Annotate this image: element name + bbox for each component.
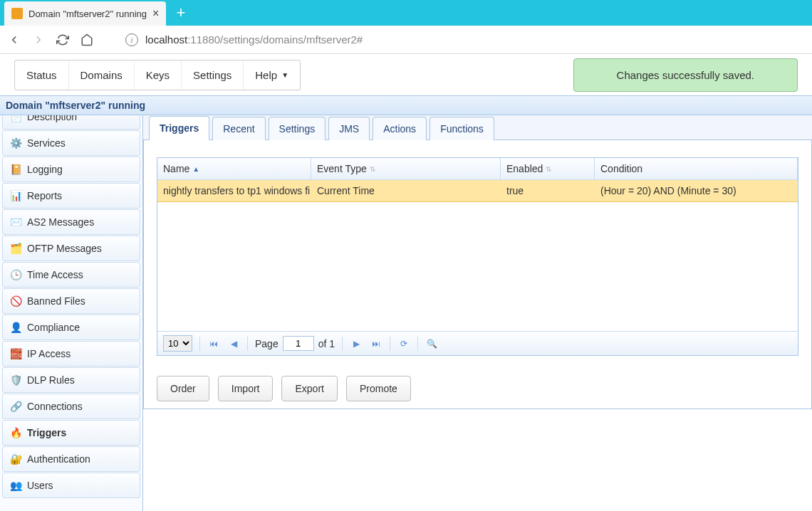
col-name[interactable]: Name▲ [157, 158, 311, 179]
sidebar-item-time-access[interactable]: 🕒Time Access [2, 262, 140, 288]
menu-group: Status Domains Keys Settings Help▼ [14, 60, 301, 90]
mail-icon: ✉️ [10, 216, 21, 228]
domain-title: Domain "mftserver2" running [0, 95, 812, 115]
back-button[interactable] [7, 33, 21, 47]
forward-button[interactable] [31, 33, 46, 47]
triggers-table: Name▲ Event Type⇅ Enabled⇅ Condition nig… [157, 157, 798, 356]
tab-triggers[interactable]: Triggers [149, 116, 209, 140]
sidebar-item-label: OFTP Messages [27, 243, 102, 254]
menu-domains[interactable]: Domains [69, 60, 135, 90]
sidebar-item-label: Services [27, 137, 66, 149]
lock-icon: 🔐 [10, 453, 21, 465]
clock-icon: 🕒 [10, 269, 21, 280]
sidebar-item-label: Authentication [27, 453, 90, 465]
sidebar-item-oftp[interactable]: 🗂️OFTP Messages [2, 236, 140, 261]
sidebar-item-ip-access[interactable]: 🧱IP Access [2, 341, 140, 367]
services-icon: ⚙️ [10, 137, 21, 149]
table-body: nightly transfers to tp1 windows fil Cur… [157, 180, 798, 331]
page-indicator: Page of 1 [255, 336, 335, 351]
pager: 10 ⏮ ◀ Page of 1 ▶ ⏭ ⟳ 🔍 [157, 331, 798, 355]
logging-icon: 📔 [10, 164, 21, 175]
promote-button[interactable]: Promote [346, 376, 411, 401]
new-tab-button[interactable]: + [176, 4, 185, 22]
sidebar-item-label: AS2 Messages [27, 216, 94, 228]
col-enabled[interactable]: Enabled⇅ [501, 158, 595, 179]
sidebar-item-label: Time Access [27, 269, 83, 280]
reload-button[interactable] [56, 33, 70, 47]
page-size-select[interactable]: 10 [163, 335, 192, 352]
triggers-panel: Name▲ Event Type⇅ Enabled⇅ Condition nig… [143, 140, 812, 409]
col-condition[interactable]: Condition [595, 158, 798, 179]
action-buttons: Order Import Export Promote [157, 376, 798, 401]
sidebar-item-label: Users [27, 480, 53, 491]
separator [342, 337, 343, 351]
shield-icon: 🛡️ [10, 374, 21, 386]
separator [417, 337, 418, 351]
favicon [11, 8, 23, 19]
order-button[interactable]: Order [157, 376, 209, 401]
folder-icon: 🗂️ [10, 243, 21, 254]
menu-settings[interactable]: Settings [182, 60, 244, 90]
sidebar-item-authentication[interactable]: 🔐Authentication [2, 446, 140, 472]
sidebar: 📄Description ⚙️Services 📔Logging 📊Report… [0, 115, 143, 511]
success-banner: Changes successfully saved. [573, 58, 798, 92]
cell-enabled: true [501, 180, 595, 201]
menu-keys[interactable]: Keys [135, 60, 182, 90]
menu-help[interactable]: Help▼ [244, 60, 300, 90]
sidebar-item-users[interactable]: 👥Users [2, 473, 140, 498]
sidebar-item-banned[interactable]: 🚫Banned Files [2, 288, 140, 314]
users-icon: 👥 [10, 480, 21, 491]
cell-event: Current Time [311, 180, 501, 201]
menu-status[interactable]: Status [15, 60, 69, 90]
separator [199, 337, 200, 351]
prev-page-button[interactable]: ◀ [227, 337, 240, 350]
ban-icon: 🚫 [10, 295, 21, 307]
tab-settings[interactable]: Settings [269, 117, 326, 140]
tab-recent[interactable]: Recent [212, 117, 265, 140]
table-row[interactable]: nightly transfers to tp1 windows fil Cur… [157, 180, 798, 202]
sidebar-item-label: Logging [27, 164, 63, 175]
export-button[interactable]: Export [281, 376, 337, 401]
close-icon[interactable]: × [152, 7, 159, 20]
cell-name: nightly transfers to tp1 windows fil [157, 180, 311, 201]
info-icon[interactable]: i [125, 33, 138, 46]
link-icon: 🔗 [10, 401, 21, 412]
sidebar-item-as2[interactable]: ✉️AS2 Messages [2, 209, 140, 235]
description-icon: 📄 [10, 115, 21, 122]
home-button[interactable] [80, 33, 94, 47]
browser-nav-bar: i localhost:11880/settings/domains/mftse… [0, 26, 812, 54]
browser-tab-strip: Domain "mftserver2" running × + [0, 0, 812, 26]
sidebar-item-services[interactable]: ⚙️Services [2, 130, 140, 156]
sidebar-item-reports[interactable]: 📊Reports [2, 183, 140, 209]
tab-jms[interactable]: JMS [328, 117, 370, 140]
tab-actions[interactable]: Actions [373, 117, 427, 140]
sidebar-item-label: Banned Files [27, 295, 85, 307]
page-input[interactable] [283, 336, 314, 351]
tab-functions[interactable]: Functions [430, 117, 494, 140]
tabs-row: Triggers Recent Settings JMS Actions Fun… [143, 115, 812, 140]
sort-asc-icon: ▲ [192, 165, 199, 173]
browser-tab[interactable]: Domain "mftserver2" running × [4, 1, 166, 26]
sidebar-item-label: IP Access [27, 348, 71, 359]
import-button[interactable]: Import [218, 376, 274, 401]
first-page-button[interactable]: ⏮ [207, 337, 220, 350]
separator [390, 337, 390, 351]
next-page-button[interactable]: ▶ [350, 337, 363, 350]
sidebar-item-logging[interactable]: 📔Logging [2, 157, 140, 182]
sidebar-item-description[interactable]: 📄Description [2, 115, 140, 130]
last-page-button[interactable]: ⏭ [370, 337, 382, 350]
sidebar-item-triggers[interactable]: 🔥Triggers [2, 420, 140, 446]
search-button[interactable]: 🔍 [425, 337, 438, 350]
sidebar-item-label: Connections [27, 401, 83, 412]
sidebar-item-compliance[interactable]: 👤Compliance [2, 315, 140, 340]
sidebar-item-connections[interactable]: 🔗Connections [2, 394, 140, 419]
sidebar-item-dlp[interactable]: 🛡️DLP Rules [2, 367, 140, 393]
table-header: Name▲ Event Type⇅ Enabled⇅ Condition [157, 158, 798, 180]
tab-title: Domain "mftserver2" running [28, 9, 147, 19]
sort-icon: ⇅ [370, 165, 375, 173]
url-bar[interactable]: i localhost:11880/settings/domains/mftse… [118, 30, 805, 50]
refresh-button[interactable]: ⟳ [397, 337, 410, 350]
app-menubar: Status Domains Keys Settings Help▼ Chang… [0, 54, 812, 95]
col-event-type[interactable]: Event Type⇅ [311, 158, 501, 179]
content-pane: Triggers Recent Settings JMS Actions Fun… [143, 115, 812, 511]
